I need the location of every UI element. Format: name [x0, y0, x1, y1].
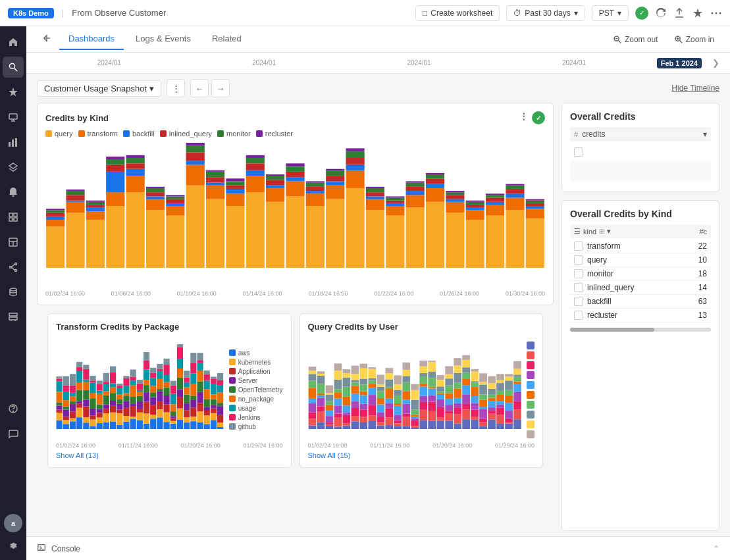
sidebar-item-alert[interactable] — [3, 182, 24, 203]
svg-rect-250 — [97, 384, 103, 391]
horizontal-scrollbar[interactable] — [570, 328, 711, 332]
svg-rect-351 — [177, 420, 183, 429]
zoom-in-button[interactable]: Zoom in — [669, 32, 719, 47]
selector-chevron-icon: ▾ — [149, 84, 154, 93]
sidebar-item-layers[interactable] — [3, 157, 24, 178]
svg-rect-597 — [462, 394, 470, 404]
sidebar-item-monitor[interactable] — [3, 107, 24, 128]
row-checkbox[interactable] — [574, 311, 583, 320]
svg-rect-140 — [366, 187, 384, 188]
sidebar-item-stack[interactable] — [3, 307, 24, 328]
x-label: 01/30/24 16:00 — [506, 290, 545, 297]
svg-rect-643 — [496, 374, 504, 380]
svg-rect-319 — [150, 392, 156, 397]
sidebar-item-star[interactable] — [3, 82, 24, 103]
svg-rect-170 — [466, 201, 484, 202]
sidebar-item-data[interactable] — [3, 282, 24, 303]
row-checkbox[interactable] — [574, 269, 583, 278]
table-row[interactable]: monitor 18 — [570, 267, 711, 281]
transform-show-all-button[interactable]: Show All (13) — [56, 451, 283, 459]
time-range-button[interactable]: ⏱ Past 30 days ▾ — [506, 5, 585, 21]
svg-rect-298 — [137, 413, 143, 420]
svg-rect-307 — [143, 413, 149, 423]
svg-rect-608 — [471, 396, 479, 403]
back-button[interactable] — [37, 30, 57, 49]
table-row[interactable]: transform 22 — [570, 240, 711, 253]
table-row[interactable]: query 10 — [570, 253, 711, 267]
row-checkbox[interactable] — [574, 242, 583, 251]
timeline-date-2: 2024/01 — [192, 59, 336, 66]
svg-rect-255 — [103, 404, 109, 409]
legend-item-recluster: recluster — [256, 130, 293, 138]
sidebar-item-chart[interactable] — [3, 132, 24, 153]
table-row[interactable]: recluster 13 — [570, 309, 711, 322]
svg-rect-60 — [106, 165, 124, 171]
timeline-expand-button[interactable]: ❯ — [712, 58, 719, 68]
svg-rect-539 — [411, 415, 419, 417]
svg-rect-455 — [342, 423, 350, 426]
dashboard-prev-button[interactable]: ← — [190, 79, 209, 97]
create-worksheet-button[interactable]: □ Create worksheet — [415, 5, 500, 21]
svg-rect-601 — [462, 367, 470, 372]
tab-dashboards[interactable]: Dashboards — [59, 28, 124, 50]
upload-icon[interactable] — [673, 7, 685, 19]
sidebar-item-grid[interactable] — [3, 207, 24, 228]
svg-rect-475 — [359, 417, 367, 422]
sidebar-item-search[interactable] — [3, 57, 24, 78]
legend-item-transform: transform — [78, 130, 118, 138]
sidebar-item-help[interactable] — [3, 398, 24, 419]
svg-rect-363 — [184, 403, 190, 411]
svg-rect-509 — [385, 388, 393, 399]
svg-rect-70 — [146, 199, 165, 211]
console-expand-button[interactable]: ⌃ — [713, 544, 719, 553]
svg-rect-199 — [63, 420, 69, 424]
sidebar-item-home[interactable] — [3, 32, 24, 53]
svg-rect-299 — [137, 409, 143, 412]
svg-rect-629 — [488, 398, 496, 401]
dashboard-selector[interactable]: Customer Usage Snapshot ▾ — [37, 80, 161, 97]
query-show-all-button[interactable]: Show All (15) — [308, 451, 535, 459]
timezone-button[interactable]: PST ▾ — [592, 5, 629, 21]
svg-rect-125 — [326, 181, 344, 185]
credits-checkbox[interactable] — [574, 147, 583, 157]
tab-logs-events[interactable]: Logs & Events — [126, 28, 200, 50]
chart-more-icon[interactable]: ⋮ — [519, 111, 528, 124]
tab-related[interactable]: Related — [203, 28, 251, 50]
svg-rect-100 — [246, 176, 265, 192]
svg-rect-457 — [342, 412, 350, 415]
dashboard-menu-button[interactable]: ⋮ — [167, 79, 185, 97]
refresh-icon[interactable] — [655, 7, 667, 19]
svg-rect-639 — [496, 395, 504, 401]
svg-rect-341 — [164, 359, 170, 365]
table-row[interactable]: backfill 63 — [570, 295, 711, 309]
svg-rect-443 — [325, 386, 333, 393]
svg-rect-661 — [513, 374, 521, 376]
table-row[interactable]: inlined_query 14 — [570, 281, 711, 295]
sidebar-item-share[interactable] — [3, 257, 24, 278]
svg-rect-550 — [419, 376, 427, 384]
row-checkbox[interactable] — [574, 283, 583, 292]
svg-rect-493 — [368, 367, 376, 369]
svg-rect-271 — [117, 413, 122, 425]
dashboard-next-button[interactable]: → — [211, 79, 230, 97]
more-icon[interactable] — [710, 7, 722, 19]
svg-rect-83 — [186, 161, 205, 165]
row-checkbox[interactable] — [574, 297, 583, 306]
svg-rect-372 — [190, 400, 196, 408]
svg-rect-415 — [308, 419, 316, 425]
hide-timeline-button[interactable]: Hide Timeline — [671, 84, 719, 93]
zoom-out-button[interactable]: Zoom out — [608, 32, 664, 47]
star-icon[interactable] — [692, 7, 704, 19]
avatar[interactable]: a — [4, 514, 22, 532]
svg-rect-641 — [496, 383, 504, 391]
row-checkbox[interactable] — [574, 255, 583, 265]
sidebar-item-panel[interactable] — [3, 232, 24, 253]
svg-rect-408 — [217, 406, 223, 415]
svg-rect-356 — [177, 369, 183, 378]
timeline-active-date: Feb 1 2024 — [657, 58, 702, 68]
settings-icon[interactable] — [4, 536, 22, 555]
svg-rect-553 — [419, 361, 427, 367]
sidebar-item-chat[interactable] — [3, 423, 24, 444]
svg-rect-640 — [496, 391, 504, 395]
svg-rect-494 — [377, 426, 384, 429]
